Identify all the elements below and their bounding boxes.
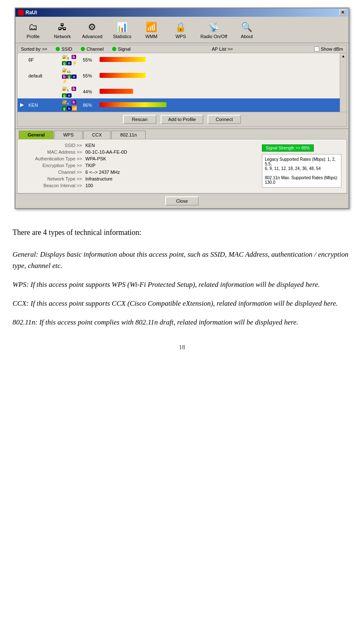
toolbar-label-network: Network bbox=[54, 34, 71, 39]
ap-arrow: ▶ bbox=[18, 98, 26, 112]
auth-row: Authentication Type >> WPA-PSK bbox=[23, 156, 258, 161]
net-field-value: Infrastructure bbox=[85, 176, 113, 181]
tab-bar: General WPS CCX 802.11n bbox=[15, 129, 349, 139]
ap-buttons: Rescan Add to Profile Connect bbox=[18, 112, 346, 126]
ap-list-container: 6F 🔐3 bgn⚡ 55% default bbox=[18, 53, 346, 112]
80211n-text: If this access point complies with 802.1… bbox=[38, 318, 298, 326]
ap-percent: 55% bbox=[80, 53, 97, 67]
80211n-title: 802.11n: bbox=[13, 318, 38, 326]
section-general: General: Displays basic information abou… bbox=[13, 249, 351, 271]
ap-signal-bar bbox=[97, 53, 346, 67]
toolbar-label-wps: WPS bbox=[175, 34, 186, 39]
toolbar-btn-profile[interactable]: 🗂 Profile bbox=[19, 18, 47, 41]
about-icon: 🔍 bbox=[240, 21, 254, 34]
window-title: RaUI bbox=[26, 10, 37, 15]
toolbar-label-wmm: WMM bbox=[146, 34, 158, 39]
toolbar-btn-statistics[interactable]: 📊 Statistics bbox=[108, 18, 136, 41]
ssid-field-label: SSID >> bbox=[23, 143, 85, 148]
wps-text: If this access point supports WPS (Wi-Fi… bbox=[29, 281, 320, 289]
rates-box: Legacy Supported Rates (Mbps): 1, 2, 5.5… bbox=[262, 154, 341, 188]
enc-row: Encryption Type >> TKIP bbox=[23, 163, 258, 168]
ap-name bbox=[26, 85, 59, 98]
enc-field-label: Encryption Type >> bbox=[23, 163, 85, 168]
toolbar-btn-advanced[interactable]: ⚙ Advanced bbox=[77, 18, 107, 41]
tab-wps[interactable]: WPS bbox=[54, 131, 82, 139]
ap-badges: 🔐6 bgn📶 bbox=[59, 98, 80, 112]
general-text: Displays basic information about this ac… bbox=[13, 250, 349, 270]
toolbar-label-statistics: Statistics bbox=[113, 34, 131, 39]
scroll-up-arrow[interactable]: ▲ bbox=[341, 54, 345, 58]
body-text: There are 4 types of technical informati… bbox=[0, 216, 364, 344]
ap-percent: 55% bbox=[80, 67, 97, 85]
toolbar-label-about: About bbox=[241, 34, 253, 39]
toolbar-btn-about[interactable]: 🔍 About bbox=[233, 18, 261, 41]
ap-signal-bar bbox=[97, 85, 346, 98]
intro-text: There are 4 types of technical informati… bbox=[13, 227, 351, 239]
ssid-field-value: KEN bbox=[85, 143, 95, 148]
app-icon bbox=[18, 10, 24, 15]
profile-icon: 🗂 bbox=[26, 21, 40, 34]
connect-button[interactable]: Connect bbox=[208, 115, 241, 124]
general-title: General: bbox=[13, 250, 38, 258]
show-dbm-label: Show dBm bbox=[321, 46, 343, 52]
mac-field-label: MAC Address >> bbox=[23, 149, 85, 155]
statistics-icon: 📊 bbox=[115, 21, 129, 34]
tab-80211n[interactable]: 802.11n bbox=[111, 131, 146, 139]
ap-table: 6F 🔐3 bgn⚡ 55% default bbox=[18, 53, 346, 112]
ap-signal-bar bbox=[97, 98, 346, 112]
table-row[interactable]: default 🔐11 bgn⚡ 55% bbox=[18, 67, 346, 85]
toolbar-label-advanced: Advanced bbox=[82, 34, 103, 39]
mac-row: MAC Address >> 00-1C-10-AA-FE-0D bbox=[23, 149, 258, 155]
sorted-by-label: Sorted by >> bbox=[21, 46, 47, 52]
toolbar-btn-wps[interactable]: 🔒 WPS bbox=[167, 18, 195, 41]
ccx-text: If this access point supports CCX (Cisco… bbox=[29, 299, 338, 307]
channel-row: Channel >> 6 <--> 2437 MHz bbox=[23, 170, 258, 175]
ap-name: KEN bbox=[26, 98, 59, 112]
ap-name: default bbox=[26, 67, 59, 85]
ap-list-label: AP List >> bbox=[212, 46, 233, 52]
section-wps: WPS: If this access point supports WPS (… bbox=[13, 279, 351, 290]
beacon-row: Beacon Interval >> 100 bbox=[23, 183, 258, 188]
tab-ccx[interactable]: CCX bbox=[83, 131, 110, 139]
ap-name: 6F bbox=[26, 53, 59, 67]
toolbar-btn-radio[interactable]: 📡 Radio On/Off bbox=[196, 18, 232, 41]
toolbar-label-profile: Profile bbox=[26, 34, 39, 39]
auth-field-label: Authentication Type >> bbox=[23, 156, 85, 161]
section-80211n: 802.11n: If this access point complies w… bbox=[13, 317, 351, 328]
auth-field-value: WPA-PSK bbox=[85, 156, 106, 161]
channel-field-label: Channel >> bbox=[23, 170, 85, 175]
ccx-title: CCX: bbox=[13, 299, 29, 307]
toolbar-btn-wmm[interactable]: 📶 WMM bbox=[137, 18, 166, 41]
app-window: RaUI ✕ 🗂 Profile 🖧 Network ⚙ Advanced 📊 … bbox=[15, 8, 349, 209]
rescan-button[interactable]: Rescan bbox=[123, 115, 156, 124]
table-row[interactable]: 6F 🔐3 bgn⚡ 55% bbox=[18, 53, 346, 67]
ap-header: Sorted by >> SSID Channel Signal AP List… bbox=[18, 45, 346, 53]
ssid-row: SSID >> KEN bbox=[23, 143, 258, 148]
toolbar-btn-network[interactable]: 🖧 Network bbox=[48, 18, 77, 41]
enc-field-value: TKIP bbox=[85, 163, 95, 168]
show-dbm-wrap: Show dBm bbox=[314, 46, 343, 52]
channel-header: Channel bbox=[81, 46, 104, 52]
show-dbm-checkbox[interactable] bbox=[314, 46, 319, 52]
beacon-field-value: 100 bbox=[85, 183, 93, 188]
page-number: 18 bbox=[0, 344, 364, 358]
close-window-button[interactable]: ✕ bbox=[339, 10, 346, 15]
wmm-icon: 📶 bbox=[145, 21, 158, 34]
net-field-label: Network Type >> bbox=[23, 176, 85, 181]
tab-general[interactable]: General bbox=[19, 131, 54, 139]
close-row: Close bbox=[15, 193, 349, 208]
ap-badges: 🔐11 bgn⚡ bbox=[59, 67, 80, 85]
close-button[interactable]: Close bbox=[165, 196, 199, 206]
signal-strength-bar: Signal Strength >> 86% bbox=[262, 144, 314, 152]
signal-header: Signal bbox=[112, 46, 131, 52]
ap-percent: 86% bbox=[80, 98, 97, 112]
beacon-field-label: Beacon Interval >> bbox=[23, 183, 85, 188]
channel-field-value: 6 <--> 2437 MHz bbox=[85, 170, 120, 175]
table-row[interactable]: 🔐1 bgn 44% bbox=[18, 85, 346, 98]
ap-badges: 🔐1 bgn bbox=[59, 85, 80, 98]
wps-icon: 🔒 bbox=[174, 21, 187, 34]
table-row[interactable]: ▶ KEN 🔐6 bgn📶 86% bbox=[18, 98, 346, 112]
info-section: SSID >> KEN MAC Address >> 00-1C-10-AA-F… bbox=[17, 139, 347, 193]
section-ccx: CCX: If this access point supports CCX (… bbox=[13, 298, 351, 309]
add-to-profile-button[interactable]: Add to Profile bbox=[161, 115, 203, 124]
